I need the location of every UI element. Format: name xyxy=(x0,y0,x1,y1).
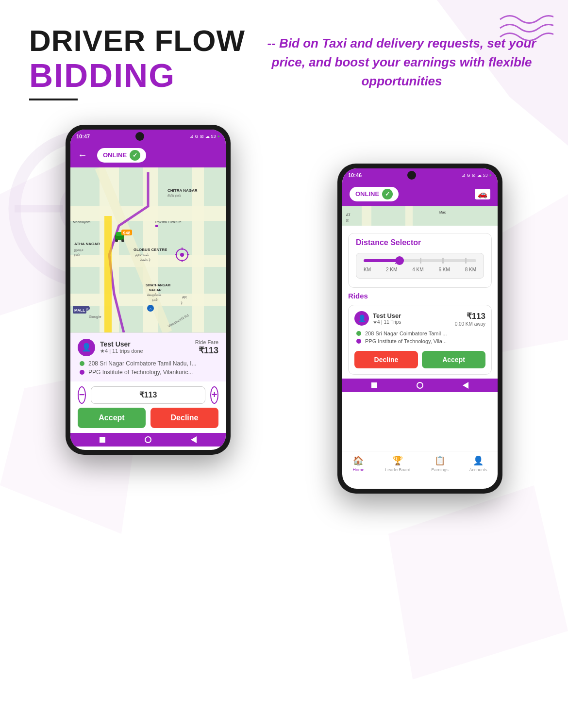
phone2-time: 10:46 xyxy=(348,172,362,178)
phone2-pickup-text: 208 Sri Nagar Coimbatore Tamil ... xyxy=(365,331,447,336)
phone2-distance: 0.00 KM away xyxy=(455,321,485,327)
bid-minus-button[interactable]: − xyxy=(78,386,86,404)
leaderboard-icon: 🏆 xyxy=(392,455,403,466)
page-description: -- Bid on Taxi and delivery requests, se… xyxy=(265,24,539,91)
svg-text:நகர்: நகர் xyxy=(152,298,158,302)
pickup-dot-icon xyxy=(80,361,84,366)
accept-button[interactable]: Accept xyxy=(78,408,146,428)
phone2-action-buttons: Decline Accept xyxy=(354,346,485,368)
phone2-nav-home-icon[interactable] xyxy=(417,382,423,389)
slider-label-8: 8 KM xyxy=(465,267,476,272)
phone1-status-bar: 10:47 ⊿ G ⊠ ☁ 53 ● xyxy=(70,130,226,143)
svg-rect-20 xyxy=(104,216,112,332)
phone1-time: 10:47 xyxy=(76,133,90,139)
svg-text:சென்டர்: சென்டர் xyxy=(140,258,150,262)
slider-label-4: 4 KM xyxy=(412,267,423,272)
online-label: ONLINE xyxy=(103,151,127,159)
slider-label-0: KM xyxy=(364,267,371,272)
rides-title: Rides xyxy=(348,292,492,300)
back-arrow-icon[interactable]: ← xyxy=(78,149,87,161)
svg-text:ர்: ர் xyxy=(181,301,183,305)
phone2-accept-button[interactable]: Accept xyxy=(422,351,485,368)
phone2-online-badge[interactable]: ONLINE ✓ xyxy=(350,187,399,201)
phone1-ride-header: 👤 Test User ★4 | 11 trips done Ride Fare… xyxy=(78,339,218,356)
phone2-pickup-dot-icon xyxy=(356,331,361,336)
tab-leaderboard-label: LeaderBoard xyxy=(385,467,410,472)
slider-container[interactable]: KM 2 KM 4 KM 6 KM 8 KM xyxy=(356,253,484,279)
phone2-bottom-tab-bar: 🏠 Home 🏆 LeaderBoard 📋 Earnings 👤 Accoun… xyxy=(342,451,498,474)
phone1-bid-control: − + xyxy=(78,386,218,404)
phone2-user-avatar: 👤 xyxy=(354,311,369,326)
tab-earnings[interactable]: 📋 Earnings xyxy=(431,455,449,472)
svg-text:CHITRA NAGAR: CHITRA NAGAR xyxy=(167,188,198,193)
phone1-user-details: Test User ★4 | 11 trips done xyxy=(100,340,143,354)
svg-text:MALL: MALL xyxy=(74,308,85,313)
phone1-user-name: Test User xyxy=(100,340,143,348)
tab-home[interactable]: 🏠 Home xyxy=(352,455,364,472)
page-title-sub: BIDDING xyxy=(29,57,245,94)
svg-text:G: G xyxy=(86,308,89,311)
slider-thumb[interactable] xyxy=(395,256,404,265)
phone2-pickup-row: 208 Sri Nagar Coimbatore Tamil ... xyxy=(354,331,485,336)
phone2-decline-button[interactable]: Decline xyxy=(354,351,418,368)
phone2-wrapper: 10:46 ⊿ G ⊠ ☁ 53 ● ONLINE ✓ xyxy=(337,164,502,494)
tab-leaderboard[interactable]: 🏆 LeaderBoard xyxy=(385,455,410,472)
tab-accounts[interactable]: 👤 Accounts xyxy=(469,455,487,472)
svg-text:நகர்: நகர் xyxy=(74,253,80,257)
phone2-user-name: Test User xyxy=(373,312,401,319)
phone1-user-info: 👤 Test User ★4 | 11 trips done xyxy=(78,339,143,356)
svg-text:Mac: Mac xyxy=(439,211,446,214)
phones-container: 10:47 ⊿ G ⊠ ☁ 53 ● ← ONLINE xyxy=(0,110,568,494)
tab-accounts-label: Accounts xyxy=(469,467,487,472)
phone1-user-avatar: 👤 xyxy=(78,339,95,356)
phone2-ride-header: 👤 Test User ★4 | 11 Trips ₹113 0.00 KM a… xyxy=(354,311,485,327)
svg-text:GLOBUS CENTRE: GLOBUS CENTRE xyxy=(134,248,167,252)
phone1-user-rating: ★4 | 11 trips done xyxy=(100,348,143,354)
slider-fill xyxy=(364,259,398,262)
svg-text:Google: Google xyxy=(89,314,101,319)
tab-home-label: Home xyxy=(352,467,364,472)
phone1-frame: 10:47 ⊿ G ⊠ ☁ 53 ● ← ONLINE xyxy=(66,125,231,455)
svg-text:AT: AT xyxy=(346,213,351,216)
title-underline xyxy=(29,99,78,100)
phone2-nav-stop-icon[interactable] xyxy=(371,382,377,388)
earnings-icon: 📋 xyxy=(434,455,445,466)
svg-text:⌂: ⌂ xyxy=(150,307,152,311)
nav-home-icon[interactable] xyxy=(145,436,151,443)
svg-point-41 xyxy=(121,239,124,242)
svg-text:Madalayam: Madalayam xyxy=(73,220,90,224)
phone2-nav-back-icon[interactable] xyxy=(463,382,468,389)
decline-button[interactable]: Decline xyxy=(150,408,218,428)
bid-amount-input[interactable] xyxy=(91,386,205,404)
phone2-online-label: ONLINE xyxy=(355,190,379,198)
svg-text:குளோபஸ்: குளோபஸ் xyxy=(135,253,149,257)
svg-rect-59 xyxy=(362,206,371,226)
rides-section: Rides 👤 Test User ★4 | 11 Trips xyxy=(342,292,498,375)
title-block: DRIVER FLOW BIDDING xyxy=(29,24,245,100)
phone2-dropoff-text: PPG Institute of Technology, Vila... xyxy=(365,338,447,344)
car-icon[interactable]: 🚗 xyxy=(475,189,490,199)
svg-text:AR: AR xyxy=(182,296,187,299)
slider-track[interactable] xyxy=(364,259,476,262)
phone2-status-bar: 10:46 ⊿ G ⊠ ☁ 53 ● xyxy=(342,168,498,182)
nav-stop-icon[interactable] xyxy=(100,437,105,443)
phone2-user-details: Test User ★4 | 11 Trips xyxy=(373,312,401,325)
phone1-map[interactable]: CHITRA NAGAR சிதிர நகர் Madalayam Raksha… xyxy=(70,167,226,332)
online-badge[interactable]: ONLINE ✓ xyxy=(97,148,146,163)
dropoff-dot-icon xyxy=(80,370,84,375)
tab-earnings-label: Earnings xyxy=(431,467,449,472)
svg-text:NAGAR: NAGAR xyxy=(149,288,162,292)
bid-plus-button[interactable]: + xyxy=(210,386,218,404)
phone2-check-icon: ✓ xyxy=(382,189,393,199)
phone1-action-buttons: Accept Decline xyxy=(70,408,226,433)
phone2-fare-amount: ₹113 xyxy=(455,311,485,321)
phone2-ride-card: 👤 Test User ★4 | 11 Trips ₹113 0.00 KM a… xyxy=(348,305,492,375)
svg-rect-16 xyxy=(70,206,226,221)
svg-point-40 xyxy=(115,239,118,242)
nav-back-icon[interactable] xyxy=(191,436,197,443)
phone2-frame: 10:46 ⊿ G ⊠ ☁ 53 ● ONLINE ✓ xyxy=(337,164,502,494)
distance-selector-title: Distance Selector xyxy=(356,238,484,247)
slider-labels: KM 2 KM 4 KM 6 KM 8 KM xyxy=(364,267,476,272)
svg-text:Raksha Furniture: Raksha Furniture xyxy=(155,220,182,224)
phone1-status-icons: ⊿ G ⊠ ☁ 53 ● xyxy=(190,134,220,139)
